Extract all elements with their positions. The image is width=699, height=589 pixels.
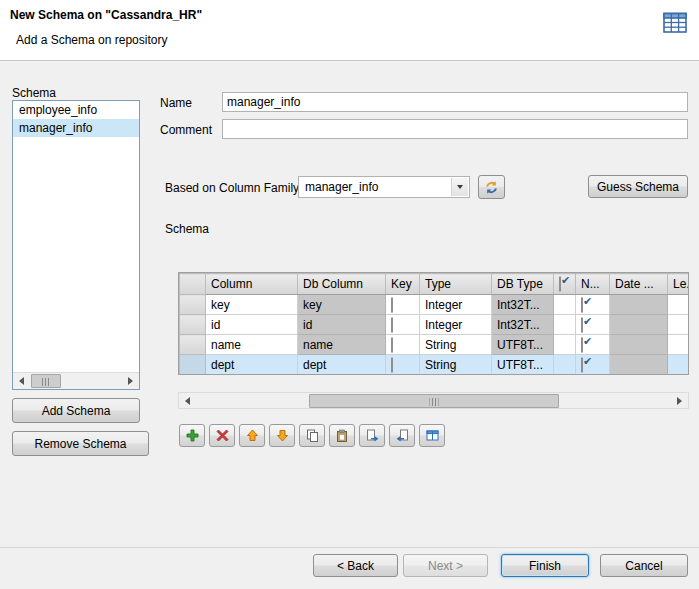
list-item-manager-info[interactable]: manager_info <box>13 119 139 137</box>
wizard-header: New Schema on "Cassandra_HR" Add a Schem… <box>0 0 699 61</box>
cell-db-column: key <box>298 295 386 315</box>
row-selector[interactable] <box>180 355 206 375</box>
header-type[interactable]: Type <box>420 274 492 295</box>
export-button[interactable] <box>359 424 385 447</box>
table-columns-button[interactable] <box>419 424 445 447</box>
add-schema-button[interactable]: Add Schema <box>12 398 140 423</box>
copy-button[interactable] <box>299 424 325 447</box>
cell-length[interactable] <box>668 355 690 375</box>
name-input[interactable] <box>222 92 688 112</box>
column-family-combobox[interactable]: manager_info <box>298 176 470 198</box>
table-header-row: Column Db Column Key Type DB Type N... D… <box>180 274 690 295</box>
paste-button[interactable] <box>329 424 355 447</box>
nullable-checkbox[interactable] <box>581 317 583 333</box>
cell-column[interactable]: name <box>206 335 298 355</box>
schema-table[interactable]: Column Db Column Key Type DB Type N... D… <box>178 272 689 375</box>
scroll-left-icon[interactable] <box>179 393 196 409</box>
schema-list-label: Schema <box>12 86 56 100</box>
cell-type[interactable]: Integer <box>420 315 492 335</box>
table-scrollbar-thumb[interactable] <box>309 394 559 408</box>
list-item-employee-info[interactable]: employee_info <box>13 101 139 119</box>
header-date-pattern[interactable]: Date ... <box>610 274 668 295</box>
cell-length[interactable] <box>668 295 690 315</box>
header-length[interactable]: Le... <box>668 274 690 295</box>
scroll-right-icon[interactable] <box>671 393 688 409</box>
select-all-checkbox[interactable] <box>559 276 561 292</box>
cell-type[interactable]: String <box>420 335 492 355</box>
row-selector[interactable] <box>180 295 206 315</box>
cell-date-pattern <box>610 335 668 355</box>
row-selector-header[interactable] <box>180 274 206 295</box>
schema-list[interactable]: employee_info manager_info <box>12 100 140 390</box>
new-schema-dialog: New Schema on "Cassandra_HR" Add a Schem… <box>0 0 699 589</box>
chevron-down-icon[interactable] <box>451 178 468 196</box>
import-icon <box>396 429 409 442</box>
row-selector[interactable] <box>180 315 206 335</box>
refresh-icon <box>484 180 499 195</box>
table-grid-icon <box>663 11 687 35</box>
add-icon <box>186 429 199 442</box>
add-row-button[interactable] <box>179 424 205 447</box>
move-up-icon <box>246 429 259 442</box>
cell-length[interactable] <box>668 315 690 335</box>
table-row[interactable]: id id Integer Int32T... <box>180 315 690 335</box>
delete-row-button[interactable] <box>209 424 235 447</box>
table-row-selected[interactable]: dept dept String UTF8T... <box>180 355 690 375</box>
list-scrollbar-thumb[interactable] <box>31 374 61 388</box>
table-horizontal-scrollbar[interactable] <box>178 392 689 409</box>
cancel-button[interactable]: Cancel <box>600 554 688 577</box>
remove-schema-button[interactable]: Remove Schema <box>12 431 149 456</box>
header-select-all[interactable] <box>554 274 576 295</box>
key-checkbox[interactable] <box>391 297 393 313</box>
key-checkbox[interactable] <box>391 357 393 373</box>
cell-nullable[interactable] <box>576 295 610 315</box>
guess-schema-button[interactable]: Guess Schema <box>588 175 688 198</box>
move-up-button[interactable] <box>239 424 265 447</box>
cell-length[interactable] <box>668 335 690 355</box>
cell-key[interactable] <box>386 355 420 375</box>
nullable-checkbox[interactable] <box>581 297 583 313</box>
cell-nullable[interactable] <box>576 335 610 355</box>
column-family-label: Based on Column Family <box>165 181 299 195</box>
back-button[interactable]: < Back <box>313 554 398 577</box>
delete-icon <box>216 429 229 442</box>
header-db-column[interactable]: Db Column <box>298 274 386 295</box>
header-key[interactable]: Key <box>386 274 420 295</box>
header-nullable[interactable]: N... <box>576 274 610 295</box>
cell-nullable[interactable] <box>576 355 610 375</box>
cell-key[interactable] <box>386 335 420 355</box>
schema-table-label: Schema <box>165 222 209 236</box>
move-down-button[interactable] <box>269 424 295 447</box>
header-column[interactable]: Column <box>206 274 298 295</box>
row-selector[interactable] <box>180 335 206 355</box>
cell-column[interactable]: key <box>206 295 298 315</box>
cell-db-type: UTF8T... <box>492 335 554 355</box>
export-icon <box>366 429 379 442</box>
cell-date-pattern <box>610 355 668 375</box>
finish-button[interactable]: Finish <box>501 554 589 577</box>
cell-type[interactable]: Integer <box>420 295 492 315</box>
cell-date-pattern <box>610 315 668 335</box>
table-row[interactable]: key key Integer Int32T... <box>180 295 690 315</box>
cell-type[interactable]: String <box>420 355 492 375</box>
column-family-value: manager_info <box>305 180 378 194</box>
table-row[interactable]: name name String UTF8T... <box>180 335 690 355</box>
scroll-left-icon[interactable] <box>13 373 30 389</box>
key-checkbox[interactable] <box>391 317 393 333</box>
import-button[interactable] <box>389 424 415 447</box>
cell-key[interactable] <box>386 295 420 315</box>
nullable-checkbox[interactable] <box>581 357 583 373</box>
cell-column[interactable]: id <box>206 315 298 335</box>
scroll-right-icon[interactable] <box>122 373 139 389</box>
list-horizontal-scrollbar[interactable] <box>13 372 139 389</box>
cell-nullable[interactable] <box>576 315 610 335</box>
cell-db-column: name <box>298 335 386 355</box>
cell-column[interactable]: dept <box>206 355 298 375</box>
cell-db-type: Int32T... <box>492 315 554 335</box>
header-db-type[interactable]: DB Type <box>492 274 554 295</box>
key-checkbox[interactable] <box>391 337 393 353</box>
refresh-column-family-button[interactable] <box>478 175 505 199</box>
nullable-checkbox[interactable] <box>581 337 583 353</box>
cell-key[interactable] <box>386 315 420 335</box>
comment-input[interactable] <box>222 119 688 139</box>
